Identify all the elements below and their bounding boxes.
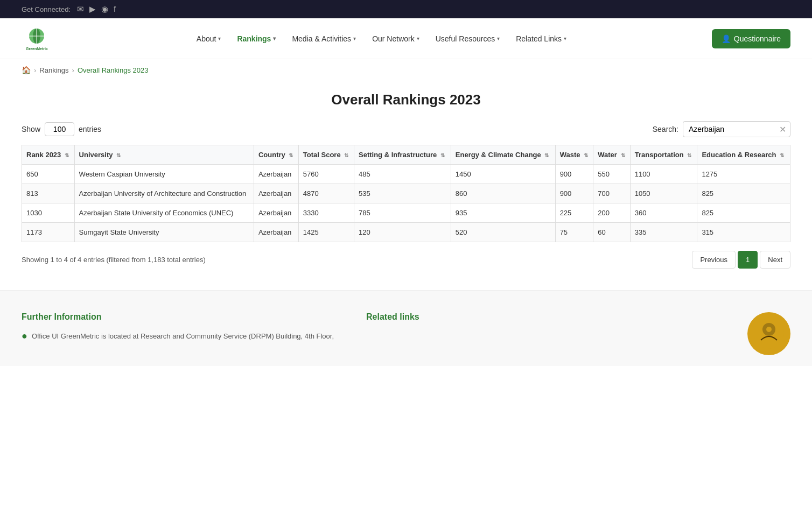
footer-further-info-title: Further Information bbox=[22, 312, 334, 322]
footer-logo-area bbox=[747, 312, 790, 355]
svg-text:GreenMetric: GreenMetric bbox=[26, 47, 48, 51]
cell-waste: 225 bbox=[555, 203, 593, 223]
col-water[interactable]: Water ⇅ bbox=[593, 145, 630, 165]
rankings-table: Rank 2023 ⇅ University ⇅ Country ⇅ Total… bbox=[22, 145, 790, 242]
cell-country: Azerbaijan bbox=[254, 223, 298, 242]
cell-university: Azerbaijan State University of Economics… bbox=[74, 203, 254, 223]
home-icon[interactable]: 🏠 bbox=[22, 66, 31, 74]
cell-total: 4870 bbox=[298, 184, 354, 203]
show-label: Show bbox=[22, 125, 40, 133]
logo-area: GreenMetric bbox=[22, 24, 51, 53]
cell-rank: 1030 bbox=[22, 203, 75, 223]
cell-water: 700 bbox=[593, 184, 630, 203]
questionnaire-button[interactable]: 👤 Questionnaire bbox=[712, 29, 790, 48]
previous-button[interactable]: Previous bbox=[692, 251, 736, 269]
table-row: 1173Sumgayit State UniversityAzerbaijan1… bbox=[22, 223, 790, 242]
cell-transport: 360 bbox=[630, 203, 697, 223]
nav-media[interactable]: Media & Activities ▾ bbox=[285, 30, 362, 47]
table-row: 1030Azerbaijan State University of Econo… bbox=[22, 203, 790, 223]
nav-rankings[interactable]: Rankings ▾ bbox=[230, 30, 282, 47]
table-row: 813Azerbaijan University of Architecture… bbox=[22, 184, 790, 203]
cell-country: Azerbaijan bbox=[254, 203, 298, 223]
youtube-icon[interactable]: ▶ bbox=[89, 4, 96, 14]
footer-further-info-text: Office UI GreenMetric is located at Rese… bbox=[32, 332, 334, 340]
cell-university: Azerbaijan University of Architecture an… bbox=[74, 184, 254, 203]
total-sort-icon[interactable]: ⇅ bbox=[344, 152, 348, 158]
energy-sort-icon[interactable]: ⇅ bbox=[544, 152, 549, 158]
setting-sort-icon[interactable]: ⇅ bbox=[440, 152, 445, 158]
cell-waste: 900 bbox=[555, 184, 593, 203]
cell-rank: 813 bbox=[22, 184, 75, 203]
col-setting[interactable]: Setting & Infrastructure ⇅ bbox=[354, 145, 451, 165]
footer-related-links: Related links bbox=[366, 312, 419, 355]
breadcrumb-rankings[interactable]: Rankings bbox=[39, 66, 68, 74]
table-header-row: Rank 2023 ⇅ University ⇅ Country ⇅ Total… bbox=[22, 145, 790, 165]
search-label: Search: bbox=[653, 125, 678, 133]
cell-waste: 75 bbox=[555, 223, 593, 242]
footer: Further Information ● Office UI GreenMet… bbox=[0, 290, 812, 366]
get-connected-label: Get Connected: bbox=[22, 5, 71, 13]
country-sort-icon[interactable]: ⇅ bbox=[289, 152, 293, 158]
media-arrow: ▾ bbox=[353, 36, 356, 41]
university-sort-icon[interactable]: ⇅ bbox=[116, 152, 121, 158]
col-rank[interactable]: Rank 2023 ⇅ bbox=[22, 145, 75, 165]
footer-related-links-title: Related links bbox=[366, 312, 419, 322]
education-sort-icon[interactable]: ⇅ bbox=[780, 152, 784, 158]
entries-input[interactable] bbox=[45, 122, 74, 136]
rankings-arrow: ▾ bbox=[273, 36, 276, 41]
footer-logo-circle bbox=[747, 312, 790, 355]
facebook-icon[interactable]: f bbox=[114, 4, 116, 14]
email-icon[interactable]: ✉ bbox=[77, 4, 84, 14]
col-university[interactable]: University ⇅ bbox=[74, 145, 254, 165]
cell-energy: 860 bbox=[451, 184, 555, 203]
breadcrumb: 🏠 › Rankings › Overall Rankings 2023 bbox=[0, 59, 812, 81]
table-controls: Show entries Search: ✕ bbox=[22, 121, 790, 137]
page-1-button[interactable]: 1 bbox=[738, 251, 758, 269]
search-input[interactable] bbox=[683, 121, 790, 137]
cell-total: 3330 bbox=[298, 203, 354, 223]
top-bar: Get Connected: ✉ ▶ ◉ f bbox=[0, 0, 812, 18]
table-row: 650Western Caspian UniversityAzerbaijan5… bbox=[22, 165, 790, 184]
entries-label: entries bbox=[79, 125, 101, 133]
cell-setting: 535 bbox=[354, 184, 451, 203]
col-energy[interactable]: Energy & Climate Change ⇅ bbox=[451, 145, 555, 165]
col-country[interactable]: Country ⇅ bbox=[254, 145, 298, 165]
cell-setting: 785 bbox=[354, 203, 451, 223]
cell-waste: 900 bbox=[555, 165, 593, 184]
showing-text: Showing 1 to 4 of 4 entries (filtered fr… bbox=[22, 256, 206, 264]
cell-rank: 1173 bbox=[22, 223, 75, 242]
cell-setting: 485 bbox=[354, 165, 451, 184]
svg-point-7 bbox=[766, 327, 772, 332]
questionnaire-person-icon: 👤 bbox=[722, 34, 731, 43]
cell-transport: 335 bbox=[630, 223, 697, 242]
waste-sort-icon[interactable]: ⇅ bbox=[584, 152, 588, 158]
nav-about[interactable]: About ▾ bbox=[190, 30, 228, 47]
cell-transport: 1050 bbox=[630, 184, 697, 203]
cell-water: 60 bbox=[593, 223, 630, 242]
logo[interactable]: GreenMetric bbox=[22, 24, 51, 53]
breadcrumb-current: Overall Rankings 2023 bbox=[78, 66, 149, 74]
transport-sort-icon[interactable]: ⇅ bbox=[687, 152, 691, 158]
nav-resources[interactable]: Useful Resources ▾ bbox=[429, 30, 507, 47]
clear-search-icon[interactable]: ✕ bbox=[779, 124, 786, 135]
col-waste[interactable]: Waste ⇅ bbox=[555, 145, 593, 165]
rank-sort-icon[interactable]: ⇅ bbox=[65, 152, 69, 158]
col-education[interactable]: Education & Research ⇅ bbox=[697, 145, 790, 165]
next-button[interactable]: Next bbox=[760, 251, 790, 269]
col-transport[interactable]: Transportation ⇅ bbox=[630, 145, 697, 165]
instagram-icon[interactable]: ◉ bbox=[101, 4, 108, 14]
cell-water: 200 bbox=[593, 203, 630, 223]
cell-education: 825 bbox=[697, 203, 790, 223]
network-arrow: ▾ bbox=[417, 36, 419, 41]
nav-related-links[interactable]: Related Links ▾ bbox=[509, 30, 573, 47]
nav-network[interactable]: Our Network ▾ bbox=[366, 30, 426, 47]
show-entries: Show entries bbox=[22, 122, 101, 136]
cell-education: 825 bbox=[697, 184, 790, 203]
cell-university: Sumgayit State University bbox=[74, 223, 254, 242]
cell-setting: 120 bbox=[354, 223, 451, 242]
water-sort-icon[interactable]: ⇅ bbox=[621, 152, 625, 158]
col-total[interactable]: Total Score ⇅ bbox=[298, 145, 354, 165]
social-icons: ✉ ▶ ◉ f bbox=[77, 4, 116, 14]
cell-university: Western Caspian University bbox=[74, 165, 254, 184]
table-body: 650Western Caspian UniversityAzerbaijan5… bbox=[22, 165, 790, 242]
